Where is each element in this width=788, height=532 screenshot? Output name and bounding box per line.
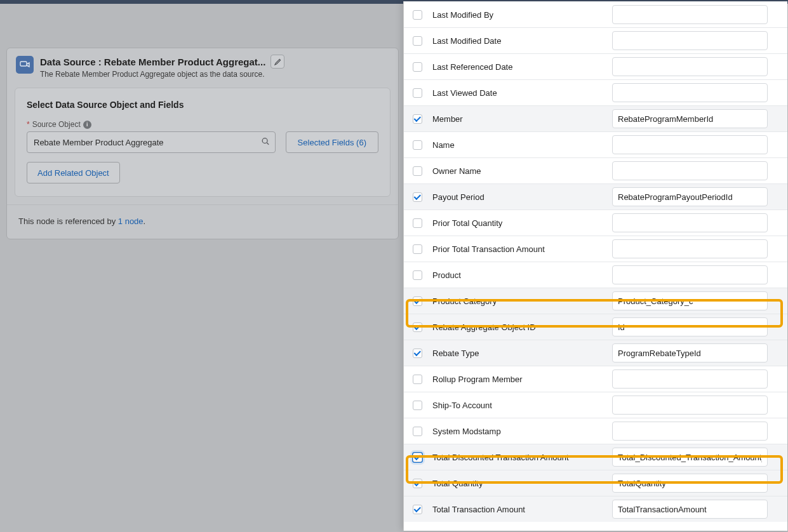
field-checkbox[interactable] (413, 296, 422, 306)
svg-point-1 (262, 138, 267, 143)
field-row: Last Modified Date (404, 27, 787, 53)
field-checkbox[interactable] (413, 62, 422, 72)
field-row: Rebate Type (404, 340, 787, 366)
field-row: Product (404, 262, 787, 288)
field-row: Last Modified By (404, 1, 787, 27)
field-checkbox[interactable] (413, 479, 422, 488)
search-icon (261, 137, 270, 148)
info-icon[interactable]: i (83, 121, 91, 129)
fields-list: Last Modified ByLast Modified DateLast R… (404, 1, 787, 522)
field-label: System Modstamp (432, 427, 612, 436)
field-label: Total Quantity (432, 479, 612, 488)
field-alias-input[interactable] (612, 448, 768, 467)
field-alias-input[interactable] (612, 343, 768, 362)
field-alias-input[interactable] (612, 369, 768, 389)
field-alias-input[interactable] (612, 474, 768, 493)
field-label: Rollup Program Member (432, 375, 612, 384)
edit-button[interactable] (270, 55, 284, 69)
field-alias-input[interactable] (612, 161, 768, 180)
selected-fields-button[interactable]: Selected Fields (6) (286, 131, 378, 153)
field-row: Last Referenced Date (404, 53, 787, 79)
field-label: Last Modified Date (432, 36, 612, 46)
field-row: Owner Name (404, 157, 787, 183)
field-row: Total Quantity (404, 470, 787, 496)
source-object-input[interactable] (27, 131, 276, 153)
field-checkbox[interactable] (413, 427, 422, 436)
svg-rect-0 (20, 62, 27, 66)
field-checkbox[interactable] (413, 36, 422, 46)
add-related-object-button[interactable]: Add Related Object (27, 162, 120, 183)
field-alias-input[interactable] (612, 31, 768, 50)
data-source-icon (16, 56, 34, 74)
field-alias-input[interactable] (612, 109, 768, 128)
field-alias-input[interactable] (612, 135, 768, 154)
pencil-icon (274, 58, 281, 65)
data-source-card: Data Source : Rebate Member Product Aggr… (6, 48, 399, 239)
field-checkbox[interactable] (413, 375, 422, 384)
field-checkbox[interactable] (413, 349, 422, 358)
field-alias-input[interactable] (612, 317, 768, 336)
card-title: Data Source : Rebate Member Product Aggr… (40, 57, 265, 67)
field-row: Payout Period (404, 183, 787, 209)
field-alias-input[interactable] (612, 422, 768, 441)
source-label-text: Source Object (32, 120, 81, 129)
reference-link[interactable]: 1 node (118, 216, 144, 226)
footer-suffix: . (144, 216, 146, 226)
field-alias-input[interactable] (612, 57, 768, 76)
field-alias-input[interactable] (612, 500, 768, 519)
field-label: Last Referenced Date (432, 62, 612, 72)
field-alias-input[interactable] (612, 291, 768, 310)
field-alias-input[interactable] (612, 5, 768, 24)
field-alias-input[interactable] (612, 265, 768, 284)
field-label: Owner Name (432, 166, 612, 176)
field-alias-input[interactable] (612, 396, 768, 415)
field-row: Last Viewed Date (404, 79, 787, 105)
field-row: Total Discounted Transaction Amount (404, 444, 787, 470)
field-checkbox[interactable] (413, 270, 422, 280)
field-checkbox[interactable] (413, 453, 422, 462)
field-checkbox[interactable] (413, 218, 422, 228)
source-object-label: * Source Object i (27, 120, 378, 129)
field-row: Product Category (404, 288, 787, 314)
field-checkbox[interactable] (413, 10, 422, 20)
field-label: Product Category (432, 296, 612, 306)
field-label: Last Viewed Date (432, 88, 612, 98)
field-label: Total Transaction Amount (432, 505, 612, 514)
field-checkbox[interactable] (413, 88, 422, 98)
field-checkbox[interactable] (413, 166, 422, 176)
field-row: Rollup Program Member (404, 366, 787, 392)
field-row: System Modstamp (404, 418, 787, 444)
field-row: Member (404, 105, 787, 131)
field-checkbox[interactable] (413, 192, 422, 202)
field-checkbox[interactable] (413, 323, 422, 332)
field-label: Product (432, 270, 612, 280)
field-label: Name (432, 140, 612, 150)
fields-panel: Last Modified ByLast Modified DateLast R… (403, 1, 787, 531)
field-checkbox[interactable] (413, 140, 422, 150)
field-alias-input[interactable] (612, 83, 768, 102)
field-row: Name (404, 131, 787, 157)
field-checkbox[interactable] (413, 114, 422, 124)
field-label: Rebate Aggregate Object ID (432, 323, 612, 332)
field-label: Prior Total Quantity (432, 218, 612, 228)
reference-footer: This node is referenced by 1 node. (7, 204, 398, 239)
footer-prefix: This node is referenced by (18, 216, 118, 226)
select-fields-panel: Select Data Source Object and Fields * S… (15, 88, 391, 197)
card-header: Data Source : Rebate Member Product Aggr… (7, 48, 398, 84)
field-label: Member (432, 114, 612, 124)
field-row: Prior Total Quantity (404, 209, 787, 236)
field-row: Prior Total Transaction Amount (404, 236, 787, 262)
field-alias-input[interactable] (612, 239, 768, 258)
svg-line-2 (267, 143, 269, 145)
field-checkbox[interactable] (413, 401, 422, 410)
field-alias-input[interactable] (612, 187, 768, 206)
field-checkbox[interactable] (413, 505, 422, 514)
panel-heading: Select Data Source Object and Fields (27, 100, 378, 110)
field-checkbox[interactable] (413, 244, 422, 254)
field-row: Rebate Aggregate Object ID (404, 314, 787, 340)
required-asterisk: * (27, 120, 30, 129)
field-label: Rebate Type (432, 349, 612, 358)
field-label: Last Modified By (432, 10, 612, 20)
field-alias-input[interactable] (612, 213, 768, 232)
field-label: Total Discounted Transaction Amount (432, 453, 612, 462)
